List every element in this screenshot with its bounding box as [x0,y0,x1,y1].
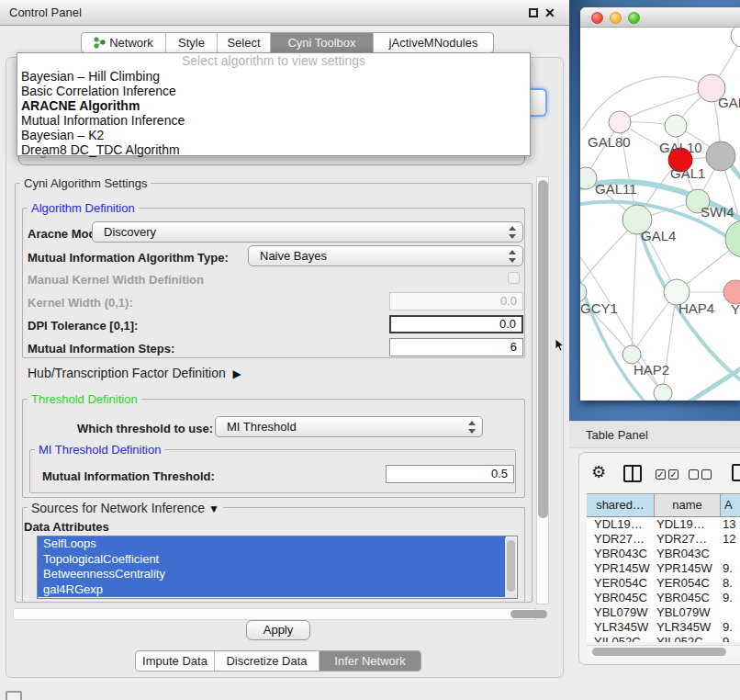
dropdown-item-selected[interactable]: ARACNE Algorithm [17,98,530,113]
attribute-item-selected[interactable]: BetweennessCentrality [38,567,506,582]
dpi-tolerance-value: 0.0 [499,317,516,331]
cell: 8. [721,576,740,591]
zoom-traffic-light-icon[interactable] [628,12,640,24]
network-window-titlebar[interactable] [580,7,740,28]
tab-network[interactable]: Network [82,33,166,52]
attributes-scrollbar-thumb[interactable] [507,540,515,592]
network-canvas[interactable]: GAL GAL80 GAL10 GAL1 GAL11 SWI4 GAL4 GCY… [580,28,740,401]
settings-horizontal-scrollbar-thumb[interactable] [510,610,547,618]
cell: YDL19… [655,517,721,532]
table-row[interactable]: YBR043C YBR043C [587,547,740,561]
column-header-partial[interactable]: A [721,494,740,516]
node-label: GAL11 [595,181,637,197]
screen: Control Panel ✕ Network Style Select Cyn… [0,0,740,700]
node-label: GAL1 [670,165,705,181]
table-row[interactable]: YDR27… YDR27… 12 [587,532,740,547]
table-panel-title: Table Panel [586,422,648,449]
attribute-item-selected[interactable]: gal4RGexp [38,582,506,598]
mi-steps-value: 6 [510,340,517,354]
sources-group-toggle[interactable]: Sources for Network Inference ▼ [28,501,223,515]
float-window-icon[interactable] [529,8,538,17]
node[interactable] [731,28,740,47]
apply-button[interactable]: Apply [246,620,310,640]
deselect-all-checkbox-icon[interactable] [701,469,712,480]
kernel-width-label: Kernel Width (0,1): [28,296,133,310]
tab-style[interactable]: Style [166,33,218,52]
hub-definition-label: Hub/Transcription Factor Definition [28,366,226,380]
cell: YDR27… [655,532,721,547]
tab-cyni-toolbox[interactable]: Cyni Toolbox [271,33,374,52]
cell: YPR145W [655,561,721,576]
tab-jactivemnodules[interactable]: jActiveMNodules [374,33,493,52]
minimized-panel-icon[interactable] [6,691,22,700]
mi-algorithm-type-label: Mutual Information Algorithm Type: [28,251,229,265]
tab-select[interactable]: Select [218,33,271,52]
collapsed-arrow-icon: ▶ [233,367,241,380]
table-horizontal-scrollbar[interactable] [587,645,740,657]
deselect-all-checkbox-icon[interactable] [689,469,699,480]
column-header-name[interactable]: name [655,494,721,516]
hub-definition-toggle[interactable]: Hub/Transcription Factor Definition ▶ [28,366,241,380]
table-row[interactable]: YLR345W YLR345W 9. [587,620,740,635]
minimize-traffic-light-icon[interactable] [610,12,622,24]
dpi-tolerance-label: DPI Tolerance [0,1]: [28,319,138,333]
cell: 12 [721,532,740,547]
node-label: GAL [718,95,740,110]
table-row[interactable]: YPR145W YPR145W 9. [587,561,740,576]
export-table-icon[interactable] [732,464,740,481]
cell: YBL079W [655,605,721,620]
which-threshold-combo[interactable]: MI Threshold [215,416,483,437]
select-all-checkbox-icon[interactable]: ✓ [668,469,678,480]
column-header-shared-name[interactable]: shared… [587,494,655,516]
mi-threshold-field[interactable]: 0.5 [386,465,514,483]
dropdown-item[interactable]: Bayesian – Hill Climbing [17,69,530,84]
algorithm-dropdown-list: Select algorithm to view settings Bayesi… [17,52,531,156]
cell: YBR045C [587,591,655,605]
cell: YDL19… [587,517,655,532]
node[interactable] [654,384,672,401]
tab-impute-data[interactable]: Impute Data [136,651,215,671]
table-row[interactable]: YER054C YER054C 8. [587,576,740,591]
dropdown-item[interactable]: Bayesian – K2 [17,128,530,142]
dropdown-item[interactable]: Basic Correlation Inference [17,84,530,98]
node-gal80[interactable] [609,111,631,133]
tab-discretize-data[interactable]: Discretize Data [215,651,320,671]
aracne-mode-value: Discovery [104,225,156,239]
mi-algorithm-type-combo[interactable]: Naive Bayes [248,245,523,266]
dropdown-item[interactable]: Dream8 DC_TDC Algorithm [17,142,530,157]
table-row[interactable]: YBR045C YBR045C 9. [587,591,740,605]
table-row[interactable]: YIL052C YIL052C 9. [587,635,740,642]
tab-jactivemnodules-label: jActiveMNodules [389,36,478,50]
cell: YBR043C [655,547,721,561]
close-icon[interactable]: ✕ [544,5,555,21]
mi-steps-field[interactable]: 6 [389,338,523,356]
close-traffic-light-icon[interactable] [591,12,603,24]
cell: 9. [721,561,740,576]
dpi-tolerance-field[interactable]: 0.0 [389,315,523,333]
tab-style-label: Style [178,36,205,50]
attribute-item-selected[interactable]: SelfLoops [38,536,506,552]
table-row[interactable]: YDL19… YDL19… 13 [587,517,740,532]
table-row[interactable]: YBL079W YBL079W [587,605,740,620]
cell: 13 [721,517,740,532]
node-hap2[interactable] [622,345,641,364]
cell: YPR145W [587,561,655,576]
dropdown-item[interactable]: Mutual Information Inference [17,113,530,128]
aracne-mode-combo[interactable]: Discovery [92,221,523,243]
split-columns-icon[interactable] [623,465,642,482]
attribute-item-selected[interactable]: TopologicalCoefficient [38,552,506,568]
node-label: Y [731,301,740,317]
manual-kernel-checkbox[interactable] [508,272,520,284]
gear-icon[interactable]: ⚙ [591,463,606,481]
table-horizontal-scrollbar-thumb[interactable] [592,648,726,656]
settings-horizontal-scrollbar[interactable] [13,608,536,620]
node-gray[interactable] [706,141,735,171]
attributes-scrollbar[interactable] [505,537,516,598]
tab-infer-network[interactable]: Infer Network [320,651,420,671]
node-label: GAL10 [659,140,702,155]
dropdown-header: Select algorithm to view settings [17,53,530,69]
node-gal10[interactable] [665,115,687,137]
table-toolbar: ⚙ ✓ ✓ [579,453,740,493]
select-all-checkbox-icon[interactable]: ✓ [656,469,666,480]
settings-vertical-scrollbar-thumb[interactable] [538,180,548,518]
